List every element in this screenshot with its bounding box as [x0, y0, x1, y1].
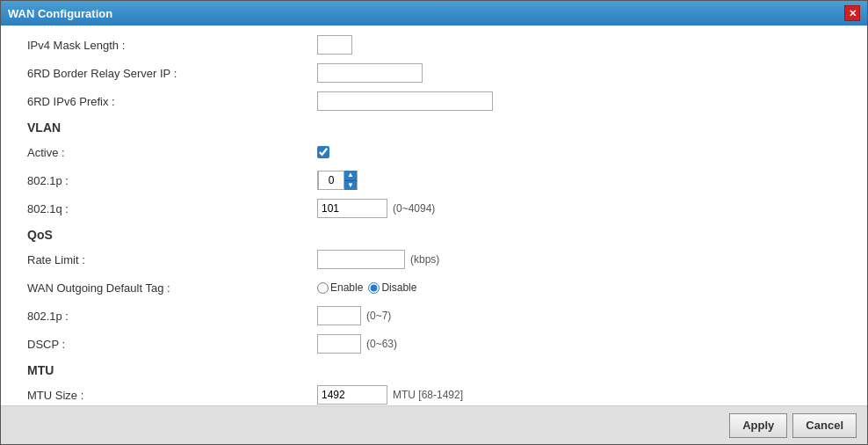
titlebar: WAN Configuration ✕ [1, 1, 867, 26]
vlan-dot1q-input[interactable] [317, 199, 387, 218]
window-title: WAN Configuration [8, 7, 112, 20]
dscp-input[interactable] [317, 334, 361, 354]
rate-limit-controls: (kbps) [317, 250, 439, 269]
vlan-active-row: Active : [18, 142, 850, 163]
rate-limit-row: Rate Limit : (kbps) [18, 249, 850, 270]
wan-tag-label: WAN Outgoing Default Tag : [18, 281, 317, 295]
vlan-dot1q-row: 802.1q : (0~4094) [18, 198, 850, 219]
mtu-section-title: MTU [18, 363, 850, 377]
vlan-active-checkbox[interactable] [317, 146, 329, 158]
ipv4-mask-row: IPv4 Mask Length : [18, 34, 850, 55]
wan-tag-disable-label: Disable [368, 281, 416, 294]
close-icon: ✕ [849, 8, 857, 19]
qos-dot1p-controls: (0~7) [317, 306, 391, 325]
ipv4-mask-controls [317, 35, 352, 55]
footer: Apply Cancel [1, 405, 867, 444]
cancel-button[interactable]: Cancel [792, 413, 857, 438]
qos-section-title: QoS [18, 228, 850, 242]
border-relay-row: 6RD Border Relay Server IP : [18, 62, 850, 84]
vlan-section-title: VLAN [18, 120, 850, 135]
vlan-dot1q-controls: (0~4094) [317, 199, 435, 218]
vlan-dot1q-label: 802.1q : [18, 202, 317, 215]
mtu-size-label: MTU Size : [18, 389, 317, 402]
vlan-dot1p-down-button[interactable]: ▼ [344, 181, 357, 191]
vlan-dot1p-input[interactable] [318, 171, 344, 190]
vlan-dot1q-hint: (0~4094) [393, 202, 435, 215]
vlan-dot1p-spinner-buttons: ▲ ▼ [344, 171, 357, 190]
ipv4-mask-input[interactable] [317, 35, 352, 55]
qos-dot1p-label: 802.1p : [18, 310, 317, 323]
border-relay-label: 6RD Border Relay Server IP : [18, 67, 317, 80]
mtu-size-input[interactable] [317, 385, 387, 405]
vlan-dot1p-label: 802.1p : [18, 174, 317, 187]
wan-tag-radio-group: Enable Disable [317, 281, 416, 294]
rate-limit-input[interactable] [317, 250, 405, 269]
wan-tag-row: WAN Outgoing Default Tag : Enable Disabl… [18, 277, 850, 298]
rate-limit-hint: (kbps) [410, 253, 439, 266]
qos-dot1p-input[interactable] [317, 306, 361, 325]
form-content: IPv4 Mask Length : 6RD Border Relay Serv… [1, 26, 867, 405]
wan-tag-controls: Enable Disable [317, 281, 416, 294]
dscp-hint: (0~63) [366, 338, 397, 350]
ipv4-mask-label: IPv4 Mask Length : [18, 39, 317, 52]
apply-button[interactable]: Apply [729, 413, 787, 438]
mtu-size-controls: MTU [68-1492] [317, 385, 463, 405]
border-relay-input[interactable] [317, 63, 423, 83]
vlan-active-label: Active : [18, 146, 317, 159]
dscp-controls: (0~63) [317, 334, 397, 354]
qos-dot1p-hint: (0~7) [366, 310, 391, 322]
disable-label-text: Disable [381, 281, 416, 294]
vlan-dot1p-row: 802.1p : ▲ ▼ [18, 170, 850, 191]
rate-limit-label: Rate Limit : [18, 253, 317, 266]
vlan-dot1p-controls: ▲ ▼ [317, 171, 358, 190]
ipv6-prefix-controls [317, 91, 493, 111]
dscp-label: DSCP : [18, 338, 317, 351]
mtu-hint: MTU [68-1492] [393, 389, 463, 401]
border-relay-controls [317, 63, 423, 83]
wan-config-window: WAN Configuration ✕ IPv4 Mask Length : 6… [0, 0, 868, 445]
close-button[interactable]: ✕ [844, 5, 860, 21]
vlan-dot1p-spinner: ▲ ▼ [317, 171, 358, 190]
qos-dot1p-row: 802.1p : (0~7) [18, 305, 850, 326]
ipv6-prefix-row: 6RD IPv6 Prefix : [18, 91, 850, 112]
mtu-size-row: MTU Size : MTU [68-1492] [18, 384, 850, 405]
wan-tag-enable-radio[interactable] [317, 282, 329, 294]
ipv6-prefix-label: 6RD IPv6 Prefix : [18, 95, 317, 108]
dscp-row: DSCP : (0~63) [18, 333, 850, 354]
ipv6-prefix-input[interactable] [317, 91, 493, 111]
vlan-dot1p-up-button[interactable]: ▲ [344, 171, 357, 181]
wan-tag-disable-radio[interactable] [368, 282, 380, 294]
enable-label-text: Enable [330, 281, 363, 294]
wan-tag-enable-label: Enable [317, 281, 363, 294]
vlan-active-controls [317, 146, 329, 158]
